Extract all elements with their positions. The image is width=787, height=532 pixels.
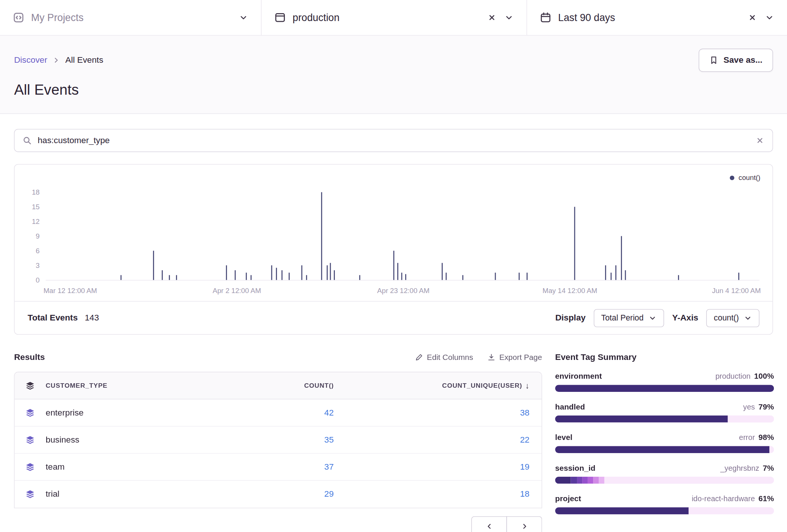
count-link[interactable]: 35 [324, 435, 334, 445]
search-bar[interactable] [14, 129, 773, 152]
legend-label: count() [739, 174, 760, 181]
count-unique-link[interactable]: 18 [520, 489, 530, 499]
svg-text:9: 9 [36, 232, 39, 240]
tag-top-pct: 7% [763, 464, 774, 473]
tag-distribution-bar[interactable] [555, 477, 774, 484]
tag-item: level error 98% [555, 433, 774, 453]
export-page-button[interactable]: Export Page [487, 353, 542, 362]
tag-distribution-bar[interactable] [555, 507, 774, 514]
yaxis-dropdown[interactable]: count() [706, 309, 759, 327]
tag-item: session_id _yeghrsbnz 7% [555, 464, 774, 484]
layers-icon [26, 408, 35, 417]
chevron-down-icon[interactable] [504, 13, 513, 22]
environment-selector-controls [487, 13, 513, 22]
display-label: Display [555, 313, 586, 323]
previous-page-button[interactable] [471, 516, 507, 532]
legend-dot-icon [730, 175, 734, 180]
table-row: team 37 19 [15, 453, 542, 481]
tag-name[interactable]: environment [555, 372, 602, 381]
display-dropdown[interactable]: Total Period [594, 309, 664, 327]
global-header: My Projects production [0, 0, 787, 36]
count-link[interactable]: 42 [324, 408, 334, 418]
svg-text:May 14 12:00 AM: May 14 12:00 AM [543, 287, 597, 295]
svg-text:Jun 4 12:00 AM: Jun 4 12:00 AM [712, 287, 761, 295]
page-header: Discover All Events Save as... All Event… [0, 36, 787, 114]
tag-top-value: ido-react-hardware [692, 494, 755, 503]
tag-item: environment production 100% [555, 372, 774, 392]
edit-columns-button[interactable]: Edit Columns [415, 353, 473, 362]
clear-search-icon[interactable] [755, 136, 764, 145]
svg-text:Apr 2 12:00 AM: Apr 2 12:00 AM [213, 287, 261, 295]
pagination [14, 516, 542, 532]
svg-text:15: 15 [32, 203, 40, 211]
save-as-label: Save as... [723, 55, 763, 65]
svg-text:6: 6 [36, 247, 39, 255]
stack-icon [26, 381, 35, 390]
count-unique-link[interactable]: 22 [520, 435, 530, 445]
events-chart-area[interactable]: count() 0369121518Mar 12 12:00 AMApr 2 1… [15, 165, 773, 301]
daterange-selector[interactable]: Last 90 days [527, 0, 787, 35]
daterange-selector-controls [748, 13, 774, 22]
edit-columns-label: Edit Columns [427, 353, 473, 362]
table-header-row: CUSTOMER_TYPE COUNT() COUNT_UNIQUE(USER)… [15, 372, 542, 399]
tag-top-value: production [715, 372, 751, 381]
project-selector-controls [239, 13, 248, 22]
tag-top-value: yes [743, 402, 755, 411]
svg-text:3: 3 [36, 261, 39, 269]
pencil-icon [415, 353, 423, 361]
column-header-count-unique[interactable]: COUNT_UNIQUE(USER) ↓ [346, 381, 542, 390]
tag-top-value: _yeghrsbnz [720, 464, 759, 472]
bookmark-icon [710, 56, 719, 65]
main-content: count() 0369121518Mar 12 12:00 AMApr 2 1… [0, 114, 787, 532]
count-unique-link[interactable]: 38 [520, 408, 530, 418]
svg-text:Apr 23 12:00 AM: Apr 23 12:00 AM [377, 287, 430, 295]
download-icon [487, 353, 495, 361]
column-header-count[interactable]: COUNT() [230, 382, 346, 389]
results-title: Results [14, 352, 45, 363]
chevron-right-icon [52, 56, 60, 64]
display-dropdown-value: Total Period [601, 313, 644, 322]
tag-distribution-bar[interactable] [555, 416, 774, 423]
event-tag-summary: Event Tag Summary environment production… [555, 350, 774, 532]
search-input[interactable] [38, 136, 749, 146]
count-link[interactable]: 37 [324, 462, 334, 472]
events-chart[interactable]: 0369121518Mar 12 12:00 AMApr 2 12:00 AMA… [21, 169, 767, 301]
save-as-button[interactable]: Save as... [699, 49, 773, 72]
tag-distribution-bar[interactable] [555, 446, 774, 453]
count-link[interactable]: 29 [324, 489, 334, 499]
sort-desc-icon: ↓ [525, 381, 529, 390]
clear-environment-icon[interactable] [487, 13, 496, 22]
project-selector[interactable]: My Projects [0, 0, 261, 35]
events-chart-panel: count() 0369121518Mar 12 12:00 AMApr 2 1… [14, 164, 773, 335]
breadcrumb-discover[interactable]: Discover [14, 55, 47, 65]
calendar-icon [540, 12, 551, 23]
chevron-down-icon[interactable] [765, 13, 774, 22]
next-page-button[interactable] [507, 516, 542, 532]
column-header-customer-type[interactable]: CUSTOMER_TYPE [46, 382, 107, 389]
window-icon [275, 12, 286, 23]
chevron-down-icon[interactable] [239, 13, 248, 22]
breadcrumb: Discover All Events [14, 55, 103, 65]
table-row: enterprise 42 38 [15, 399, 542, 426]
clear-daterange-icon[interactable] [748, 13, 757, 22]
tag-name[interactable]: session_id [555, 464, 595, 473]
customer-type-value: trial [46, 489, 60, 499]
app-root: My Projects production [0, 0, 787, 532]
tag-distribution-bar[interactable] [555, 385, 774, 392]
tag-item: project ido-react-hardware 61% [555, 494, 774, 514]
tag-name[interactable]: project [555, 494, 581, 503]
tag-item: handled yes 79% [555, 402, 774, 422]
chart-footer: Total Events 143 Display Total Period Y-… [15, 301, 773, 334]
tag-top-value: error [739, 433, 755, 442]
tag-name[interactable]: handled [555, 402, 585, 411]
tag-name[interactable]: level [555, 433, 572, 442]
environment-selector[interactable]: production [262, 0, 527, 35]
count-unique-link[interactable]: 19 [520, 462, 530, 472]
layers-icon [26, 462, 35, 472]
search-icon [23, 136, 32, 145]
customer-type-value: enterprise [46, 408, 84, 418]
svg-text:Mar 12 12:00 AM: Mar 12 12:00 AM [44, 287, 97, 295]
svg-text:12: 12 [32, 218, 40, 225]
tag-top-pct: 98% [758, 433, 774, 442]
layers-icon [26, 435, 35, 444]
